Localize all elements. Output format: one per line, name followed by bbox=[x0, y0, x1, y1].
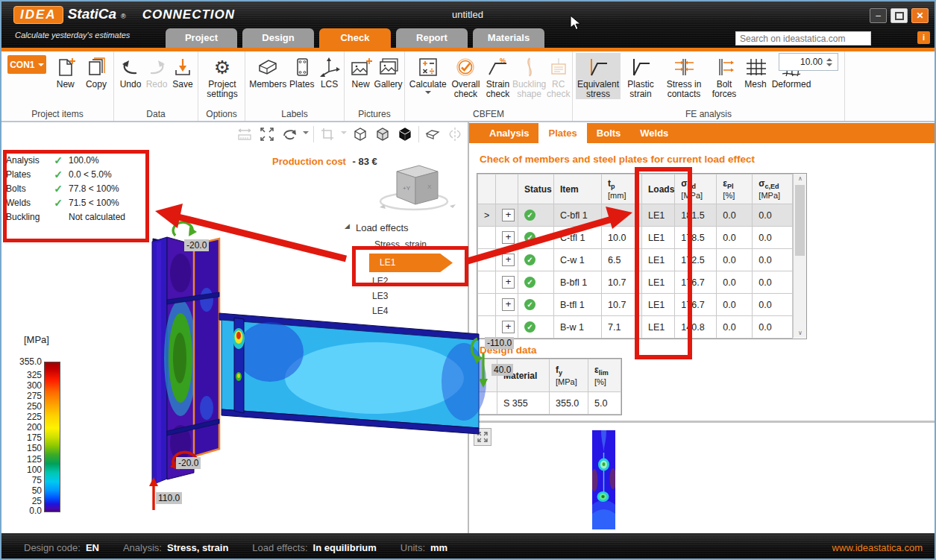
checks-table: Status Item tp[mm] Loads σEd[MPa] εPl[%]… bbox=[477, 173, 807, 339]
wireframe-cube-icon[interactable] bbox=[351, 125, 369, 143]
members-labels-button[interactable]: Members bbox=[248, 53, 287, 89]
group-label: Labels bbox=[245, 109, 344, 121]
stress-in-contacts-button[interactable]: Stress in contacts bbox=[661, 53, 707, 99]
copy-button[interactable]: Copy bbox=[81, 53, 112, 89]
color-scale-unit: [MPa] bbox=[24, 334, 49, 345]
group-label: Pictures bbox=[345, 109, 404, 121]
toolbar-separator bbox=[418, 126, 419, 142]
summary-row: Analysis100.0% bbox=[6, 153, 140, 167]
summary-row: Bolts77.8 < 100% bbox=[6, 181, 140, 195]
new-picture-button[interactable]: New bbox=[348, 53, 374, 89]
plastic-strain-icon bbox=[629, 54, 652, 80]
new-picture-icon bbox=[350, 54, 372, 80]
lcs-labels-button[interactable]: LCS bbox=[316, 53, 342, 89]
equivalent-stress-button[interactable]: Equivalent stress bbox=[576, 53, 621, 99]
measure-icon bbox=[236, 125, 254, 143]
scroll-up-icon[interactable]: ∧ bbox=[794, 175, 806, 182]
main-nav-tabs: Project Design Check Report Materials bbox=[166, 28, 544, 48]
scale-max: 355.0 bbox=[10, 356, 42, 367]
status-pass-icon bbox=[524, 232, 535, 243]
info-button[interactable]: i bbox=[917, 31, 930, 44]
view-cube[interactable]: +Y X bbox=[378, 155, 460, 215]
mesh-button[interactable]: Mesh bbox=[741, 53, 770, 89]
checks-table-title: Check of members and steel plates for cu… bbox=[480, 154, 755, 165]
table-row[interactable]: + C-w 1 6.5 LE1 172.5 0.0 0.0 bbox=[478, 249, 793, 271]
mirror-icon bbox=[446, 125, 464, 143]
website-link[interactable]: www.ideastatica.com bbox=[832, 542, 923, 553]
rc-check-icon bbox=[547, 54, 570, 80]
col-status: Status bbox=[518, 174, 554, 204]
status-pass-icon bbox=[524, 277, 535, 288]
undo-button[interactable]: Undo bbox=[117, 53, 144, 89]
section-crop-icon bbox=[318, 125, 336, 143]
group-label: Options bbox=[198, 109, 245, 121]
solid-cube-icon[interactable] bbox=[396, 125, 414, 143]
group-label: Project items bbox=[1, 109, 113, 121]
load-label-top-moment: -20.0 bbox=[184, 239, 209, 251]
calculate-icon bbox=[417, 54, 439, 80]
tab-bolts[interactable]: Bolts bbox=[587, 123, 631, 143]
rotate-view-icon[interactable] bbox=[280, 125, 298, 143]
table-row[interactable]: + B-w 1 7.1 LE1 140.8 0.0 0.0 bbox=[478, 316, 793, 339]
connection-selector[interactable]: CON1 bbox=[7, 55, 46, 74]
new-item-icon bbox=[54, 54, 77, 80]
spinner-buttons[interactable] bbox=[826, 55, 832, 69]
spinner-down-icon[interactable] bbox=[826, 63, 832, 69]
tab-materials[interactable]: Materials bbox=[473, 28, 544, 48]
tab-design[interactable]: Design bbox=[242, 28, 314, 48]
registered-mark: ® bbox=[121, 13, 126, 20]
table-row[interactable]: + B-tfl 1 10.7 LE1 176.7 0.0 0.0 bbox=[478, 294, 793, 316]
load-label-bottom-force: 110.0 bbox=[156, 492, 182, 504]
tab-check[interactable]: Check bbox=[319, 28, 391, 48]
ribbon-group-labels: Members Plates LCS Labels bbox=[245, 51, 345, 121]
project-settings-gear-icon: ⚙ bbox=[214, 54, 230, 80]
shaded-cube-icon[interactable] bbox=[374, 125, 392, 143]
table-scrollbar[interactable]: ∧ ∨ bbox=[793, 174, 806, 338]
tab-plates[interactable]: Plates bbox=[538, 123, 586, 143]
clip-plane-icon[interactable] bbox=[424, 125, 442, 143]
tab-report[interactable]: Report bbox=[396, 28, 468, 48]
table-row[interactable]: + C-tfl 1 10.0 LE1 178.5 0.0 0.0 bbox=[478, 227, 793, 249]
toolbar-separator bbox=[313, 126, 314, 142]
fe-scale-input[interactable] bbox=[779, 56, 824, 68]
tab-project[interactable]: Project bbox=[166, 28, 237, 48]
maximize-icon bbox=[895, 12, 904, 20]
plastic-strain-button[interactable]: Plastic strain bbox=[621, 53, 661, 99]
group-label: FE analysis bbox=[573, 109, 844, 121]
minimize-button[interactable]: – bbox=[870, 8, 887, 23]
spinner-up-icon[interactable] bbox=[826, 55, 832, 61]
plates-icon bbox=[291, 54, 313, 80]
connection-3d-model[interactable] bbox=[113, 210, 516, 538]
copy-icon bbox=[85, 54, 107, 80]
scroll-down-icon[interactable]: ∨ bbox=[794, 330, 806, 336]
chevron-down-icon[interactable] bbox=[303, 131, 309, 137]
close-button[interactable]: ✕ bbox=[911, 8, 929, 23]
stress-in-contacts-icon bbox=[673, 54, 695, 80]
search-input[interactable] bbox=[735, 31, 871, 45]
maximize-button[interactable] bbox=[891, 8, 908, 23]
table-row[interactable]: > + C-bfl 1 10.0 LE1 181.5 0.0 0.0 bbox=[478, 204, 793, 227]
table-row[interactable]: + B-bfl 1 10.7 LE1 176.7 0.0 0.0 bbox=[478, 271, 793, 294]
zoom-extents-icon[interactable] bbox=[258, 125, 276, 143]
bolt-forces-button[interactable]: Bolt forces bbox=[707, 53, 741, 99]
tab-analysis[interactable]: Analysis bbox=[480, 123, 538, 143]
fe-scale-spinner[interactable] bbox=[779, 53, 838, 71]
overall-check-button[interactable]: Overall check bbox=[448, 53, 484, 99]
new-project-item-button[interactable]: New bbox=[51, 53, 81, 89]
status-load-effects: Load effects:In equilibrium bbox=[252, 542, 376, 553]
save-button[interactable]: Save bbox=[169, 53, 196, 89]
strain-check-button[interactable]: % Strain check bbox=[483, 53, 512, 99]
scrollbar-thumb[interactable] bbox=[795, 185, 805, 256]
production-cost: Production cost - 83 € bbox=[272, 156, 377, 167]
chevron-down-icon bbox=[425, 91, 431, 97]
gallery-button[interactable]: Gallery bbox=[374, 53, 403, 89]
plate-stress-preview[interactable] bbox=[592, 430, 615, 529]
plates-labels-button[interactable]: Plates bbox=[287, 53, 316, 89]
members-icon bbox=[257, 54, 279, 80]
tab-welds[interactable]: Welds bbox=[630, 123, 678, 143]
calculate-button[interactable]: Calculate bbox=[408, 53, 448, 97]
brand-name: StatiCa bbox=[68, 6, 116, 22]
load-label-right-force: 40.0 bbox=[491, 364, 513, 376]
load-label-right-moment: -110.0 bbox=[485, 337, 514, 349]
project-settings-button[interactable]: ⚙ Project settings bbox=[201, 53, 243, 99]
